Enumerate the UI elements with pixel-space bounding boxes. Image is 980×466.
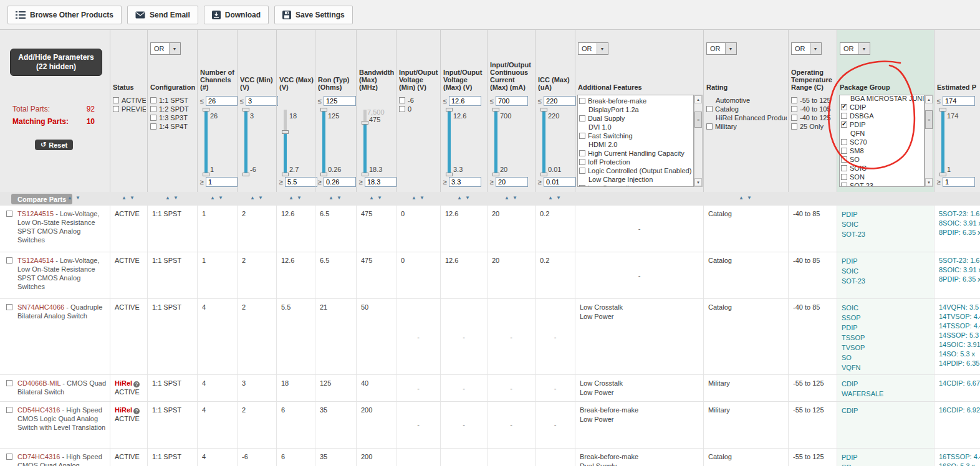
features-option-logic-controlled-output-enabled[interactable]: Logic Controlled (Output Enabled) [579, 166, 693, 174]
package-link[interactable]: PDIP [842, 323, 931, 333]
current-slider[interactable] [494, 110, 497, 174]
configuration-option-1-3-sp3t[interactable]: 1:3 SP3T [150, 113, 196, 121]
package-option-sm8[interactable]: SM8 [841, 146, 924, 155]
package-link[interactable]: SOIC [842, 219, 931, 229]
rating-option-hirel-enhanced-product[interactable]: HiRel Enhanced Product [706, 113, 787, 121]
sort-asc-icon[interactable]: ▲ [122, 195, 127, 201]
sort-desc-icon[interactable]: ▼ [297, 195, 302, 201]
current-max-input[interactable] [496, 96, 528, 106]
estimated-price-link[interactable]: 8PDIP: 6.35 x [939, 228, 978, 237]
sort-desc-icon[interactable]: ▼ [377, 195, 382, 201]
iov-max-max-input[interactable] [449, 96, 481, 106]
unchecked-checkbox[interactable] [841, 148, 847, 154]
estimated-price-link[interactable]: 16TSSOP: 4.4 [939, 452, 978, 462]
package-link[interactable]: SSOP [842, 313, 931, 323]
chevron-down-icon[interactable]: ▼ [597, 43, 608, 54]
toolbar-button-send-email[interactable]: Send Email [127, 6, 198, 24]
status-option-preview[interactable]: PREVIEW [113, 105, 146, 113]
sort-asc-icon[interactable]: ▲ [411, 195, 416, 201]
bandwidth-slider-handle-min[interactable] [362, 173, 368, 176]
features-option-break-before-make[interactable]: Break-before-make [579, 97, 693, 105]
vcc-min-slider-handle-min[interactable] [243, 173, 249, 176]
row-checkbox[interactable] [6, 211, 12, 217]
features-option-dual-supply[interactable]: Dual Supply [579, 114, 693, 122]
scrollbar-thumb[interactable]: ≡ [694, 112, 702, 128]
row-checkbox[interactable] [6, 407, 12, 413]
package-option-sc70[interactable]: SC70 [841, 138, 924, 146]
sort-desc-icon[interactable]: ▼ [258, 195, 263, 201]
ron-slider[interactable] [322, 110, 325, 174]
channels-slider-handle-min[interactable] [203, 173, 209, 176]
help-icon[interactable]: ? [133, 381, 140, 388]
sort-asc-icon[interactable]: ▲ [504, 195, 509, 201]
toolbar-button-browse-other-products[interactable]: Browse Other Products [7, 6, 122, 24]
scroll-up-icon[interactable]: ▲ [925, 95, 933, 103]
sort-asc-icon[interactable]: ▲ [210, 195, 215, 201]
package-scrollbar[interactable]: ▲≡▼ [925, 95, 933, 187]
estimated-slider-handle-max[interactable] [939, 108, 946, 112]
sort-asc-icon[interactable]: ▲ [250, 195, 255, 201]
sort-asc-icon[interactable]: ▲ [457, 195, 462, 201]
toolbar-button-download[interactable]: Download [204, 6, 269, 24]
current-slider-handle-max[interactable] [492, 108, 499, 112]
unchecked-checkbox[interactable] [791, 106, 797, 112]
estimated-price-link[interactable]: 14SSOP: 5.3 [939, 331, 978, 340]
package-link[interactable]: SO [842, 353, 931, 363]
features-logic-select[interactable]: OR▼ [578, 42, 608, 55]
part-link[interactable]: CD4066B-MIL [17, 379, 60, 387]
unchecked-checkbox[interactable] [579, 159, 585, 165]
part-link[interactable]: CD74HC4316 [17, 453, 60, 460]
estimated-price-link[interactable]: 16SO: 5.3 x [939, 462, 978, 466]
sort-desc-icon[interactable]: ▼ [747, 195, 752, 201]
package-option-cdip[interactable]: CDIP [841, 103, 924, 111]
bandwidth-min-input[interactable] [365, 177, 397, 187]
sort-desc-icon[interactable]: ▼ [465, 195, 470, 201]
package-link[interactable]: TSSOP [842, 333, 931, 343]
package-link[interactable]: SO [842, 462, 931, 466]
iov-min-option-0[interactable]: 0 [399, 105, 439, 113]
chevron-down-icon[interactable]: ▼ [725, 43, 736, 54]
estimated-price-link[interactable]: 14TVSOP: 4.4 [939, 312, 978, 321]
package-link[interactable]: PDIP [842, 209, 931, 219]
features-option-hdmi-2-0[interactable]: HDMI 2.0 [579, 140, 693, 148]
features-option-low-charge-injection[interactable]: Low Charge Injection [579, 175, 693, 183]
unchecked-checkbox[interactable] [841, 156, 847, 163]
configuration-logic-select[interactable]: OR▼ [150, 42, 181, 55]
configuration-option-1-1-spst[interactable]: 1:1 SPST [150, 96, 196, 104]
sort-desc-icon[interactable]: ▼ [556, 195, 561, 201]
part-link[interactable]: CD54HC4316 [17, 406, 60, 414]
configuration-option-1-4-sp4t[interactable]: 1:4 SP4T [150, 122, 196, 130]
estimated-price-link[interactable]: 16CDIP: 6.92 [939, 406, 978, 415]
row-checkbox[interactable] [6, 454, 12, 460]
unchecked-checkbox[interactable] [399, 106, 405, 112]
unchecked-checkbox[interactable] [150, 123, 156, 130]
status-option-active[interactable]: ACTIVE [113, 96, 146, 104]
estimated-price-link[interactable]: 8SOIC: 3.91 x [939, 265, 978, 275]
package-link[interactable]: SOT-23 [842, 276, 931, 286]
unchecked-checkbox[interactable] [150, 115, 156, 121]
features-option-high-current-handling-capacity[interactable]: High Current Handling Capacity [579, 149, 693, 157]
checked-checkbox[interactable] [841, 121, 847, 128]
sort-desc-icon[interactable]: ▼ [337, 195, 342, 201]
ron-min-input[interactable] [324, 177, 356, 187]
features-option-displayport-1-2a[interactable]: DisplayPort 1.2a [579, 105, 693, 113]
unchecked-checkbox[interactable] [150, 106, 156, 112]
icc-min-input[interactable] [544, 177, 576, 187]
vcc-max-slider[interactable] [284, 110, 287, 174]
unchecked-checkbox[interactable] [150, 97, 156, 103]
unchecked-checkbox[interactable] [579, 168, 585, 174]
sort-desc-icon[interactable]: ▼ [218, 195, 223, 201]
icc-slider-handle-min[interactable] [540, 173, 547, 176]
part-link[interactable]: TS12A4514 [17, 257, 54, 264]
add-hide-parameters-button[interactable]: Add/Hide Parameters (22 hidden) [10, 49, 102, 76]
unchecked-checkbox[interactable] [791, 115, 797, 121]
icc-max-input[interactable] [544, 96, 576, 106]
sort-asc-icon[interactable]: ▲ [548, 195, 553, 201]
unchecked-checkbox[interactable] [579, 150, 585, 156]
temp-option-40-to-105[interactable]: -40 to 105 [791, 105, 835, 113]
estimated-price-link[interactable]: 5SOT-23: 1.6 [939, 256, 978, 265]
unchecked-checkbox[interactable] [841, 139, 847, 145]
vcc-min-slider[interactable] [244, 110, 247, 174]
vcc-max-slider-handle-min[interactable] [282, 173, 289, 176]
row-checkbox[interactable] [6, 304, 12, 310]
